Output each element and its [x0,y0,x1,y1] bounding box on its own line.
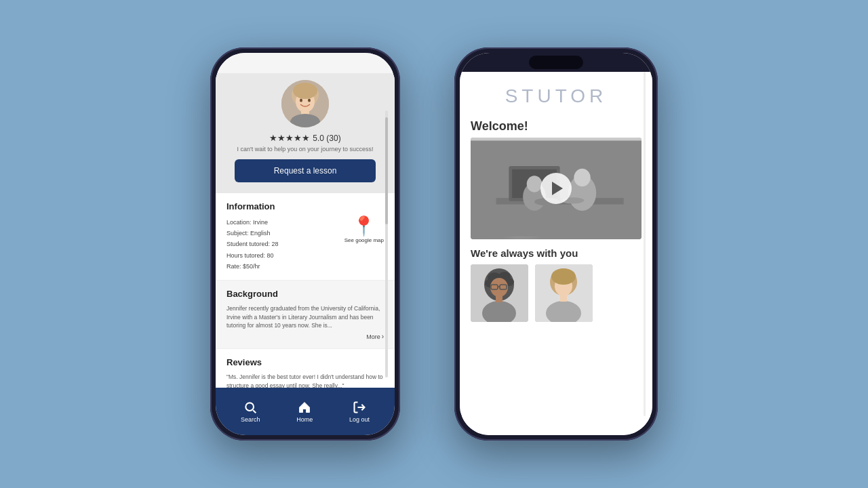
background-section: Background Jennifer recently graduated f… [216,281,395,349]
info-subject: Subject: English [226,228,279,239]
scrollbar[interactable] [385,110,388,378]
svg-point-18 [574,169,590,186]
request-lesson-button[interactable]: Request a lesson [235,159,376,182]
information-section: Information Location: Irvine Subject: En… [216,193,395,281]
people-grid [460,264,652,322]
dynamic-island-area [460,53,652,72]
person-1-thumb [471,264,528,322]
svg-rect-38 [560,295,567,302]
play-button[interactable] [540,173,572,204]
svg-point-27 [490,278,508,297]
svg-point-7 [308,99,311,102]
stutor-logo: STUTOR [460,72,652,114]
info-rate: Rate: $50/hr [226,261,279,272]
search-label: Search [241,416,260,423]
play-icon [552,182,563,195]
search-icon [243,401,257,414]
more-label: More [366,333,380,340]
chevron-right-icon: › [382,333,384,340]
svg-point-16 [527,176,542,192]
info-title: Information [226,201,384,211]
tutor-tagline: I can't wait to help you on your journey… [237,146,374,152]
avatar-section: ★★★★★ 5.0 (30) I can't wait to help you … [216,73,395,193]
rating-row: ★★★★★ 5.0 (30) [269,133,340,143]
nav-search[interactable]: Search [241,401,260,423]
avatar-image [281,80,329,127]
dynamic-island [529,56,583,69]
see-google-map-label: See google map [344,237,384,243]
welcome-content: STUTOR Welcome! [460,72,652,435]
phone-2-scrollbar[interactable] [644,72,646,416]
svg-point-3 [293,83,317,99]
info-location: Location: Irvine [226,217,279,228]
reviews-section: Reviews "Ms. Jennifer is the best tutor … [216,349,395,388]
info-grid: Location: Irvine Subject: English Studen… [226,217,384,272]
stars: ★★★★★ [269,133,310,143]
person-1-image [471,264,528,322]
svg-rect-32 [496,296,502,302]
phone-1-frame: ★★★★★ 5.0 (30) I can't wait to help you … [210,47,400,441]
info-details: Location: Irvine Subject: English Studen… [226,217,279,272]
bg-title: Background [226,289,384,299]
svg-point-6 [300,99,302,102]
person-2-image [535,264,593,322]
always-with-heading: We're always with you [460,239,652,264]
bg-text: Jennifer recently graduated from the Uni… [226,304,384,330]
review-text: "Ms. Jennifer is the best tutor ever! I … [226,373,384,388]
nav-home[interactable]: Home [296,401,313,423]
person-2-thumb [535,264,593,322]
phones-container: ★★★★★ 5.0 (30) I can't wait to help you … [0,0,868,488]
reviews-title: Reviews [226,357,384,367]
phone-2-screen: STUTOR Welcome! [460,53,652,435]
rating-value: 5.0 (30) [313,134,340,143]
svg-line-9 [253,410,256,413]
nav-logout[interactable]: Log out [349,401,370,423]
phone-1-screen: ★★★★★ 5.0 (30) I can't wait to help you … [216,53,395,435]
phone-1-status-bar [216,53,395,73]
bottom-nav: Search Home Log out [216,388,395,435]
phone-2-frame: STUTOR Welcome! [454,47,658,441]
scrollbar-thumb [385,117,388,224]
info-hours: Hours tutored: 80 [226,250,279,261]
more-button[interactable]: More › [226,333,384,340]
svg-point-36 [551,268,576,285]
video-thumbnail[interactable] [471,138,642,239]
tutor-profile-content: ★★★★★ 5.0 (30) I can't wait to help you … [216,73,395,388]
map-link-area[interactable]: 📍 See google map [344,217,384,243]
avatar [281,80,329,127]
welcome-heading: Welcome! [460,114,652,138]
info-students: Student tutored: 28 [226,239,279,249]
map-pin-icon: 📍 [352,217,376,236]
svg-point-8 [245,403,254,411]
logout-icon [353,401,366,414]
home-label: Home [296,416,313,423]
home-icon [298,401,311,414]
logout-label: Log out [349,416,370,423]
